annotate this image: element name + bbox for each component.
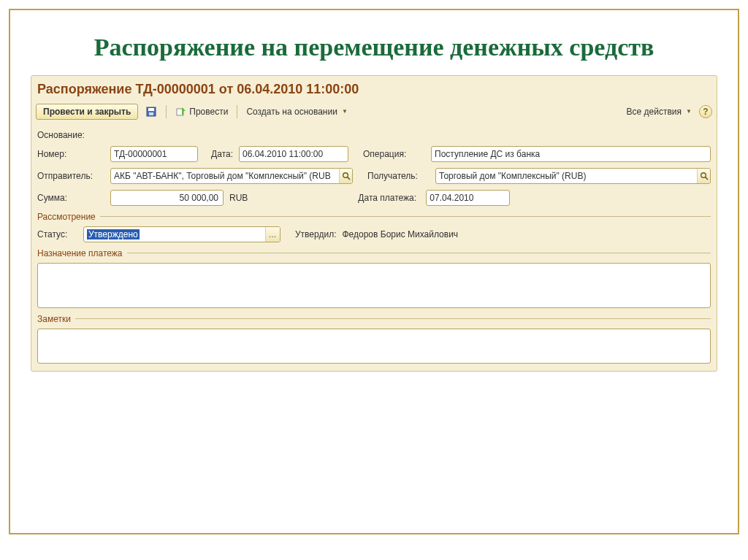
svg-rect-1: [148, 108, 154, 111]
recipient-label: Получатель:: [367, 171, 430, 181]
purpose-textarea[interactable]: [37, 263, 711, 308]
approved-by-label: Утвердил:: [295, 229, 336, 239]
submit-and-close-label: Провести и закрыть: [43, 107, 131, 117]
status-label: Статус:: [37, 229, 77, 239]
slide-title: Распоряжение на перемещение денежных сре…: [31, 32, 717, 64]
notes-textarea[interactable]: [37, 329, 711, 364]
create-based-label: Создать на основании: [246, 107, 337, 117]
group-purpose-label: Назначение платежа: [37, 248, 123, 258]
payment-date-field[interactable]: 07.04.2010: [426, 190, 510, 206]
date-value: 06.04.2010 11:00:00: [243, 149, 323, 159]
date-label: Дата:: [204, 149, 233, 159]
recipient-value: Торговый дом "Комплексный" (RUB): [439, 171, 586, 181]
all-actions-button[interactable]: Все действия ▼: [622, 104, 697, 120]
sender-field[interactable]: АКБ "АВТ-БАНК", Торговый дом "Комплексны…: [110, 168, 353, 184]
number-label: Номер:: [37, 149, 104, 159]
chevron-down-icon: ▼: [342, 108, 348, 115]
toolbar-separator: [237, 105, 237, 118]
svg-point-5: [343, 172, 348, 177]
amount-value: 50 000,00: [180, 193, 218, 203]
amount-field[interactable]: 50 000,00: [110, 190, 224, 206]
recipient-field[interactable]: Торговый дом "Комплексный" (RUB): [435, 168, 711, 184]
operation-label: Операция:: [363, 149, 425, 159]
sender-value: АКБ "АВТ-БАНК", Торговый дом "Комплексны…: [114, 171, 331, 181]
sender-label: Отправитель:: [37, 171, 104, 181]
toolbar: Провести и закрыть Провести Создать на о…: [36, 101, 712, 126]
submit-and-close-button[interactable]: Провести и закрыть: [36, 104, 138, 120]
group-purpose: Назначение платежа: [37, 248, 711, 258]
group-notes: Заметки: [37, 314, 711, 324]
floppy-icon: [145, 106, 157, 118]
submit-label: Провести: [189, 107, 228, 117]
svg-line-8: [705, 177, 707, 179]
number-value: ТД-00000001: [114, 149, 167, 159]
toolbar-separator: [166, 105, 167, 118]
currency-label: RUB: [229, 193, 248, 203]
date-field[interactable]: 06.04.2010 11:00:00: [239, 146, 348, 162]
help-button[interactable]: ?: [699, 105, 712, 118]
payment-date-value: 07.04.2010: [430, 193, 473, 203]
submit-button[interactable]: Провести: [170, 103, 233, 120]
form-body: Основание: Номер: ТД-00000001 Дата: 06.0…: [36, 126, 712, 365]
create-based-on-button[interactable]: Создать на основании ▼: [241, 104, 352, 120]
approved-by-value: Федоров Борис Михайлович: [342, 229, 458, 239]
post-icon: [175, 106, 187, 118]
all-actions-label: Все действия: [627, 107, 682, 117]
magnifier-icon[interactable]: [697, 169, 710, 183]
document-title: Распоряжение ТД-00000001 от 06.04.2010 1…: [36, 79, 712, 101]
slide-frame: Распоряжение на перемещение денежных сре…: [9, 9, 739, 534]
operation-value: Поступление ДС из банка: [435, 149, 540, 159]
app-panel: Распоряжение ТД-00000001 от 06.04.2010 1…: [31, 75, 717, 372]
chevron-down-icon: ▼: [686, 108, 692, 115]
save-button[interactable]: [140, 103, 162, 120]
group-notes-label: Заметки: [37, 314, 71, 324]
amount-label: Сумма:: [37, 193, 104, 203]
status-value: Утверждено: [87, 229, 140, 239]
group-review: Рассмотрение: [37, 212, 711, 222]
group-review-label: Рассмотрение: [37, 212, 96, 222]
basis-label: Основание:: [37, 130, 104, 140]
svg-rect-4: [182, 110, 183, 115]
status-field[interactable]: Утверждено …: [83, 226, 280, 242]
svg-rect-2: [149, 112, 153, 115]
magnifier-icon[interactable]: [339, 169, 352, 183]
svg-point-7: [701, 172, 706, 177]
number-field[interactable]: ТД-00000001: [110, 146, 198, 162]
operation-field[interactable]: Поступление ДС из банка: [431, 146, 711, 162]
payment-date-label: Дата платежа:: [358, 193, 420, 203]
svg-line-6: [347, 177, 349, 179]
ellipsis-button[interactable]: …: [265, 227, 280, 242]
